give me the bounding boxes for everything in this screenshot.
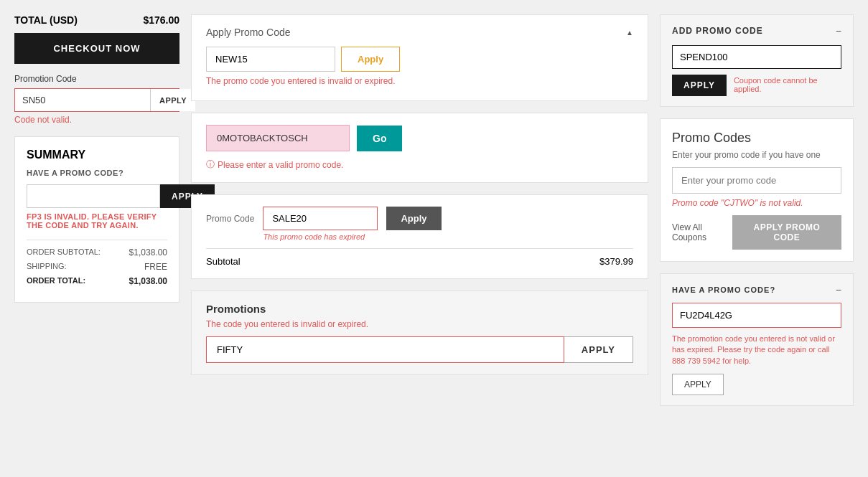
panel-left: TOTAL (USD) $176.00 CHECKOUT NOW Promoti… bbox=[14, 14, 179, 406]
omoto-section: Go ⓘ Please enter a valid promo code. bbox=[191, 113, 648, 183]
have-promo-minus-icon[interactable]: − bbox=[836, 284, 841, 296]
summary-box: SUMMARY HAVE A PROMO CODE? APPLY FP3 IS … bbox=[14, 136, 179, 303]
order-total-row: ORDER TOTAL: $1,038.00 bbox=[27, 276, 167, 286]
apply-code-input[interactable] bbox=[206, 47, 335, 72]
apply-promo-section: Apply Promo Code ▲ Apply The promo code … bbox=[191, 14, 648, 101]
apply-promo-header: Apply Promo Code ▲ bbox=[206, 27, 633, 38]
promo-codes-subtitle: Enter your promo code if you have one bbox=[672, 150, 841, 160]
promo-apply-dark-button[interactable]: Apply bbox=[386, 207, 441, 230]
chevron-up-icon: ▲ bbox=[626, 29, 633, 37]
promo-code-input[interactable] bbox=[263, 207, 378, 230]
promotions-invalid-message: The code you entered is invalid or expir… bbox=[206, 319, 633, 329]
promo-codes-input[interactable] bbox=[672, 167, 841, 194]
summary-title: SUMMARY bbox=[27, 148, 167, 161]
order-subtotal-label: ORDER SUBTOTAL: bbox=[27, 247, 101, 258]
promo-codes-bottom: View All Coupons APPLY PROMO CODE bbox=[672, 215, 841, 250]
total-section: TOTAL (USD) $176.00 CHECKOUT NOW Promoti… bbox=[14, 14, 179, 125]
subtotal-row: Subtotal $379.99 bbox=[206, 248, 633, 267]
coupon-error-message: Coupon code cannot be applied. bbox=[734, 75, 841, 93]
promotions-input[interactable] bbox=[206, 336, 564, 363]
subtotal-value: $379.99 bbox=[599, 256, 633, 267]
order-total-label: ORDER TOTAL: bbox=[27, 276, 85, 286]
go-button[interactable]: Go bbox=[357, 126, 402, 151]
summary-promo-row: APPLY bbox=[27, 184, 167, 208]
apply-dark-row: APPLY Coupon code cannot be applied. bbox=[672, 75, 841, 96]
order-subtotal-value: $1,038.00 bbox=[129, 247, 167, 258]
panel-right: ADD PROMO CODE − APPLY Coupon code canno… bbox=[660, 14, 854, 406]
have-promo-bottom-title: HAVE A PROMO CODE? bbox=[672, 285, 775, 294]
apply-promo-title: Apply Promo Code bbox=[206, 27, 291, 38]
shipping-value: FREE bbox=[144, 262, 167, 272]
add-promo-input[interactable] bbox=[672, 45, 841, 69]
promo-codes-invalid-message: Promo code "CJTWO" is not valid. bbox=[672, 198, 841, 208]
promo-input-row: APPLY bbox=[14, 88, 179, 112]
promo-apply-button[interactable]: APPLY bbox=[150, 89, 195, 111]
apply-promo-code-button[interactable]: APPLY PROMO CODE bbox=[732, 215, 841, 250]
summary-invalid-message: FP3 IS INVALID. PLEASE VERIFY THE CODE A… bbox=[27, 212, 167, 230]
expired-message: This promo code has expired bbox=[263, 232, 378, 241]
panel-middle: Apply Promo Code ▲ Apply The promo code … bbox=[191, 14, 648, 406]
checkout-button[interactable]: CHECKOUT NOW bbox=[14, 33, 179, 64]
shipping-label: SHIPPING: bbox=[27, 262, 67, 272]
total-label: TOTAL (USD) bbox=[14, 14, 78, 26]
apply-invalid-message: The promo code you entered is invalid or… bbox=[206, 76, 633, 86]
have-promo-apply-button[interactable]: APPLY bbox=[672, 374, 724, 395]
promo-code-label: Promo Code bbox=[206, 207, 254, 224]
total-row: TOTAL (USD) $176.00 bbox=[14, 14, 179, 26]
have-promo-error-message: The promotion code you entered is not va… bbox=[672, 334, 841, 367]
total-value: $176.00 bbox=[143, 14, 179, 26]
code-not-valid-message: Code not valid. bbox=[14, 115, 179, 125]
promo-subtotal-section: Promo Code This promo code has expired A… bbox=[191, 194, 648, 279]
add-promo-apply-button[interactable]: APPLY bbox=[672, 75, 727, 96]
apply-orange-button[interactable]: Apply bbox=[341, 47, 400, 72]
promo-input[interactable] bbox=[15, 89, 150, 111]
order-subtotal-row: ORDER SUBTOTAL: $1,038.00 bbox=[27, 247, 167, 258]
promotions-section: Promotions The code you entered is inval… bbox=[191, 291, 648, 375]
add-promo-section: ADD PROMO CODE − APPLY Coupon code canno… bbox=[660, 14, 854, 107]
have-promo-bottom-section: HAVE A PROMO CODE? − The promotion code … bbox=[660, 273, 854, 406]
omoto-row: Go bbox=[206, 125, 633, 151]
enter-valid-message: ⓘ Please enter a valid promo code. bbox=[206, 159, 633, 171]
promo-code-input-wrap: This promo code has expired bbox=[263, 207, 378, 241]
add-promo-title: ADD PROMO CODE bbox=[672, 26, 763, 36]
promo-code-row: Promo Code This promo code has expired A… bbox=[206, 207, 633, 241]
enter-valid-text: Please enter a valid promo code. bbox=[218, 160, 343, 170]
promo-codes-section: Promo Codes Enter your promo code if you… bbox=[660, 118, 854, 262]
have-promo-bottom-header: HAVE A PROMO CODE? − bbox=[672, 284, 841, 296]
omoto-input[interactable] bbox=[206, 125, 350, 151]
promotions-input-row: APPLY bbox=[206, 336, 633, 363]
promotions-apply-button[interactable]: APPLY bbox=[564, 336, 633, 363]
have-promo-label: HAVE A PROMO CODE? bbox=[27, 169, 167, 177]
apply-input-row: Apply bbox=[206, 47, 633, 72]
view-all-coupons-link[interactable]: View All Coupons bbox=[672, 222, 732, 242]
have-promo-input[interactable] bbox=[672, 303, 841, 328]
minus-icon[interactable]: − bbox=[836, 25, 841, 37]
subtotal-label: Subtotal bbox=[206, 256, 241, 267]
shipping-row: SHIPPING: FREE bbox=[27, 262, 167, 272]
info-icon: ⓘ bbox=[206, 159, 215, 171]
promotions-title: Promotions bbox=[206, 303, 633, 315]
summary-promo-input[interactable] bbox=[27, 184, 160, 208]
promo-label: Promotion Code bbox=[14, 74, 179, 84]
summary-divider bbox=[27, 240, 167, 240]
order-total-value: $1,038.00 bbox=[129, 276, 167, 286]
promo-codes-title: Promo Codes bbox=[672, 131, 841, 146]
add-promo-header: ADD PROMO CODE − bbox=[672, 25, 841, 37]
